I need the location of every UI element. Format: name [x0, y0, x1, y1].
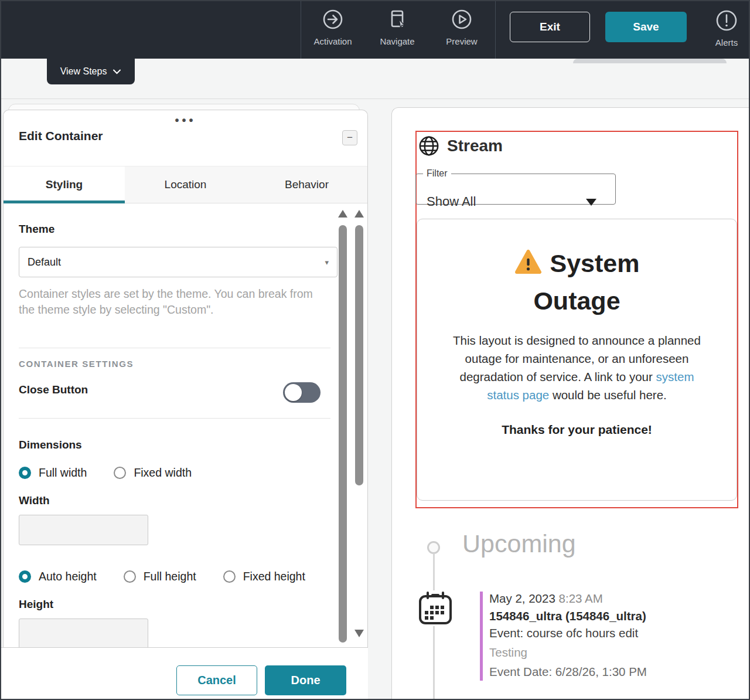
- timeline-node-circle: [427, 541, 440, 554]
- outage-thanks-line: Thanks for your patience!: [417, 423, 737, 437]
- navigate-label: Navigate: [380, 36, 414, 46]
- panel-footer: Cancel Done: [0, 647, 368, 700]
- event-date-time: May 2, 2023 8:23 AM: [489, 592, 735, 606]
- radio-auto-height-label: Auto height: [39, 570, 97, 583]
- inner-scrollbar-thumb[interactable]: [339, 225, 347, 643]
- chevron-down-icon: [112, 66, 121, 77]
- tab-styling-label: Styling: [46, 178, 83, 191]
- outage-body-after: would be useful here.: [549, 388, 667, 402]
- toggle-knob: [285, 384, 302, 401]
- radio-button-icon: [124, 570, 136, 583]
- outage-title: System Outage: [469, 246, 686, 318]
- outage-title-text: System Outage: [533, 249, 639, 315]
- app-window: Activation Navigate Preview Ex: [0, 0, 750, 700]
- radio-full-width[interactable]: Full width: [19, 466, 87, 480]
- section-divider: [19, 418, 330, 419]
- stream-preview-panel: Stream Filter Show All System Outage Thi…: [391, 107, 750, 700]
- upcoming-event-item[interactable]: May 2, 2023 8:23 AM 154846_ultra (154846…: [489, 592, 735, 679]
- container-settings-heading: CONTAINER SETTINGS: [19, 359, 134, 369]
- save-button[interactable]: Save: [605, 12, 687, 42]
- select-caret-icon: ▾: [325, 258, 329, 267]
- cancel-button[interactable]: Cancel: [176, 665, 257, 695]
- timeline-line: [433, 553, 435, 590]
- event-scheduled-date: Event Date: 6/28/26, 1:30 PM: [489, 665, 735, 679]
- radio-fixed-width[interactable]: Fixed width: [114, 466, 192, 480]
- filter-selected-value: Show All: [427, 194, 476, 209]
- toolbar-divider: [301, 0, 301, 59]
- event-time: 8:23 AM: [559, 592, 603, 605]
- theme-select-value: Default: [28, 256, 61, 269]
- theme-help-text: Container styles are set by the theme. Y…: [19, 286, 318, 317]
- alerts-label: Alerts: [715, 38, 738, 47]
- tab-styling[interactable]: Styling: [4, 166, 125, 203]
- width-input[interactable]: [19, 515, 148, 545]
- theme-select[interactable]: Default ▾: [19, 247, 338, 277]
- tab-behavior-label: Behavior: [285, 178, 329, 191]
- preview-button[interactable]: Preview: [437, 7, 486, 46]
- exit-button-label: Exit: [540, 21, 560, 33]
- dropdown-caret-icon: [586, 199, 596, 206]
- event-course-title: 154846_ultra (154846_ultra): [489, 609, 735, 623]
- done-button[interactable]: Done: [265, 665, 346, 695]
- view-steps-dropdown[interactable]: View Steps: [47, 59, 135, 84]
- navigate-panel-cursor-icon: [385, 7, 410, 34]
- top-toolbar: Activation Navigate Preview Ex: [0, 0, 750, 59]
- dimensions-heading: Dimensions: [19, 439, 82, 451]
- activation-label: Activation: [313, 36, 352, 46]
- exit-button[interactable]: Exit: [510, 12, 590, 42]
- radio-button-icon: [19, 467, 31, 479]
- toolbar-divider: [495, 0, 496, 59]
- filter-select[interactable]: Filter Show All: [415, 168, 616, 205]
- height-input[interactable]: [19, 619, 148, 647]
- alert-exclamation-circle-icon: [714, 8, 739, 35]
- event-date: May 2, 2023: [489, 592, 555, 605]
- stream-title: Stream: [447, 137, 503, 155]
- warning-triangle-icon: [514, 249, 542, 284]
- system-outage-card: System Outage This layout is designed to…: [417, 219, 737, 501]
- radio-button-icon: [223, 570, 236, 583]
- filter-label: Filter: [423, 168, 451, 179]
- event-accent-bar: [480, 592, 483, 681]
- height-mode-radio-group: Auto height Full height Fixed height: [19, 570, 332, 583]
- upcoming-heading: Upcoming: [462, 529, 576, 558]
- event-description: Testing: [489, 645, 735, 660]
- cancel-button-label: Cancel: [197, 674, 236, 687]
- alerts-button[interactable]: Alerts: [702, 8, 750, 47]
- minimize-panel-button[interactable]: −: [342, 130, 357, 145]
- activation-circle-arrow-icon: [321, 7, 345, 34]
- section-divider: [19, 348, 330, 348]
- page-divider: [0, 98, 750, 99]
- outage-body: This layout is designed to announce a pl…: [448, 331, 706, 404]
- edit-container-panel: ••• Edit Container − Styling Location Be…: [3, 110, 368, 647]
- activation-button[interactable]: Activation: [308, 7, 357, 46]
- width-label: Width: [19, 494, 50, 507]
- done-button-label: Done: [291, 674, 321, 687]
- radio-fixed-height-label: Fixed height: [243, 570, 305, 583]
- save-button-label: Save: [633, 21, 659, 33]
- preview-label: Preview: [446, 36, 477, 46]
- height-label: Height: [19, 598, 53, 611]
- radio-auto-height[interactable]: Auto height: [19, 570, 97, 583]
- preview-play-icon: [449, 7, 474, 34]
- radio-full-width-label: Full width: [39, 466, 87, 480]
- event-detail: Event: course ofc hours edit: [489, 626, 735, 640]
- panel-tabs: Styling Location Behavior: [4, 166, 367, 203]
- scroll-up-arrow-icon[interactable]: [354, 210, 364, 218]
- close-button-toggle[interactable]: [283, 382, 321, 403]
- panel-title: Edit Container: [19, 129, 103, 143]
- radio-full-height[interactable]: Full height: [124, 570, 196, 583]
- timeline-line: [433, 626, 435, 700]
- tab-behavior[interactable]: Behavior: [246, 166, 367, 203]
- radio-fixed-height[interactable]: Fixed height: [223, 570, 305, 583]
- globe-icon: [418, 135, 440, 159]
- tab-location-label: Location: [165, 178, 207, 191]
- radio-button-icon: [19, 570, 31, 583]
- scroll-up-arrow-icon[interactable]: [338, 210, 347, 218]
- navigate-button[interactable]: Navigate: [373, 7, 422, 46]
- panel-drag-handle[interactable]: •••: [4, 114, 367, 127]
- view-steps-label: View Steps: [60, 66, 107, 77]
- outer-scrollbar-thumb[interactable]: [355, 225, 363, 485]
- radio-fixed-width-label: Fixed width: [134, 466, 192, 480]
- scroll-down-arrow-icon[interactable]: [354, 630, 364, 637]
- tab-location[interactable]: Location: [125, 166, 246, 203]
